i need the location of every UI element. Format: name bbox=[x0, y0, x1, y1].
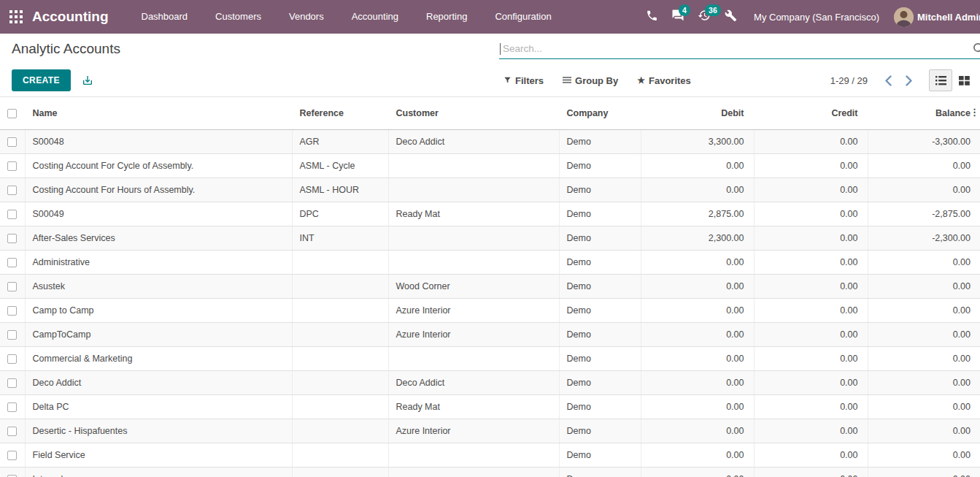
menu-vendors[interactable]: Vendors bbox=[275, 0, 338, 34]
cell-debit[interactable]: 0.00 bbox=[641, 394, 754, 419]
cell-balance[interactable]: 0.00 bbox=[868, 443, 980, 467]
cell-customer[interactable]: Deco Addict bbox=[388, 370, 559, 394]
pager-previous-button[interactable] bbox=[878, 70, 898, 91]
cell-credit[interactable]: 0.00 bbox=[754, 298, 868, 322]
cell-balance[interactable]: 0.00 bbox=[868, 370, 980, 394]
cell-debit[interactable]: 0.00 bbox=[641, 443, 754, 467]
cell-reference[interactable]: INT bbox=[292, 226, 388, 250]
menu-dashboard[interactable]: Dashboard bbox=[128, 0, 202, 34]
column-header-reference[interactable]: Reference bbox=[292, 97, 388, 129]
menu-reporting[interactable]: Reporting bbox=[412, 0, 481, 34]
cell-customer[interactable] bbox=[388, 250, 559, 274]
table-row[interactable]: Administrative Demo 0.00 0.00 0.00 bbox=[0, 250, 980, 274]
row-checkbox[interactable] bbox=[7, 354, 17, 364]
list-view-button[interactable] bbox=[929, 69, 952, 91]
cell-company[interactable]: Demo bbox=[559, 129, 641, 153]
search-input[interactable] bbox=[501, 43, 980, 54]
cell-name[interactable]: After-Sales Services bbox=[25, 226, 292, 250]
cell-credit[interactable]: 0.00 bbox=[754, 467, 868, 477]
cell-balance[interactable]: 0.00 bbox=[868, 394, 980, 419]
table-row[interactable]: Asustek Wood Corner Demo 0.00 0.00 0.00 bbox=[0, 274, 980, 298]
cell-company[interactable]: Demo bbox=[559, 346, 641, 370]
company-switcher[interactable]: My Company (San Francisco) bbox=[754, 12, 879, 23]
row-checkbox[interactable] bbox=[7, 258, 17, 267]
cell-customer[interactable]: Ready Mat bbox=[388, 394, 559, 419]
cell-company[interactable]: Demo bbox=[559, 153, 641, 178]
column-header-company[interactable]: Company bbox=[559, 97, 641, 129]
cell-reference[interactable] bbox=[292, 274, 388, 298]
row-checkbox[interactable] bbox=[7, 402, 17, 412]
favorites-button[interactable]: ★ Favorites bbox=[637, 75, 691, 86]
table-row[interactable]: S00049 DPC Ready Mat Demo 2,875.00 0.00 … bbox=[0, 202, 980, 226]
cell-debit[interactable]: 0.00 bbox=[641, 346, 754, 370]
cell-customer[interactable] bbox=[388, 226, 559, 250]
cell-balance[interactable]: -2,300.00 bbox=[868, 226, 980, 250]
cell-debit[interactable]: 0.00 bbox=[641, 370, 754, 394]
table-row[interactable]: Commercial & Marketing Demo 0.00 0.00 0.… bbox=[0, 346, 980, 370]
cell-balance[interactable]: 0.00 bbox=[868, 178, 980, 202]
cell-company[interactable]: Demo bbox=[559, 322, 641, 346]
row-checkbox[interactable] bbox=[7, 282, 17, 291]
cell-reference[interactable] bbox=[292, 419, 388, 443]
cell-balance[interactable]: 0.00 bbox=[868, 322, 980, 346]
cell-debit[interactable]: 0.00 bbox=[641, 178, 754, 202]
messages-button[interactable]: 4 bbox=[665, 0, 691, 34]
cell-credit[interactable]: 0.00 bbox=[754, 202, 868, 226]
cell-credit[interactable]: 0.00 bbox=[754, 419, 868, 443]
cell-debit[interactable]: 2,875.00 bbox=[641, 202, 754, 226]
cell-customer[interactable] bbox=[388, 178, 559, 202]
group-by-button[interactable]: Group By bbox=[563, 75, 618, 86]
cell-credit[interactable]: 0.00 bbox=[754, 153, 868, 178]
row-checkbox[interactable] bbox=[7, 378, 17, 388]
cell-credit[interactable]: 0.00 bbox=[754, 274, 868, 298]
cell-reference[interactable]: AGR bbox=[292, 129, 388, 153]
user-menu[interactable]: Mitchell Admin bbox=[894, 7, 980, 27]
table-row[interactable]: Camp to Camp Azure Interior Demo 0.00 0.… bbox=[0, 298, 980, 322]
cell-company[interactable]: Demo bbox=[559, 419, 641, 443]
cell-name[interactable]: Field Service bbox=[25, 443, 292, 467]
menu-customers[interactable]: Customers bbox=[201, 0, 275, 34]
support-tools-button[interactable] bbox=[717, 0, 744, 34]
cell-balance[interactable]: 0.00 bbox=[868, 346, 980, 370]
row-checkbox[interactable] bbox=[7, 306, 17, 316]
cell-customer[interactable]: Wood Corner bbox=[388, 274, 559, 298]
cell-name[interactable]: Costing Account For Hours of Assembly. bbox=[25, 178, 292, 202]
row-checkbox[interactable] bbox=[7, 234, 17, 243]
select-all-checkbox[interactable] bbox=[7, 109, 17, 118]
cell-name[interactable]: S00048 bbox=[25, 129, 292, 153]
cell-reference[interactable]: ASML - HOUR bbox=[292, 178, 388, 202]
cell-credit[interactable]: 0.00 bbox=[754, 250, 868, 274]
cell-credit[interactable]: 0.00 bbox=[754, 443, 868, 467]
row-checkbox[interactable] bbox=[7, 451, 17, 460]
cell-reference[interactable]: DPC bbox=[292, 202, 388, 226]
cell-reference[interactable] bbox=[292, 322, 388, 346]
cell-balance[interactable]: -2,875.00 bbox=[868, 202, 980, 226]
cell-company[interactable]: Demo bbox=[559, 467, 641, 477]
menu-accounting[interactable]: Accounting bbox=[338, 0, 412, 34]
cell-credit[interactable]: 0.00 bbox=[754, 394, 868, 419]
cell-customer[interactable] bbox=[388, 153, 559, 178]
column-header-credit[interactable]: Credit bbox=[754, 97, 868, 129]
pager-next-button[interactable] bbox=[898, 70, 919, 91]
row-checkbox[interactable] bbox=[7, 161, 17, 171]
table-row[interactable]: Delta PC Ready Mat Demo 0.00 0.00 0.00 bbox=[0, 394, 980, 419]
cell-balance[interactable]: 0.00 bbox=[868, 250, 980, 274]
cell-credit[interactable]: 0.00 bbox=[754, 129, 868, 153]
cell-company[interactable]: Demo bbox=[559, 226, 641, 250]
cell-company[interactable]: Demo bbox=[559, 274, 641, 298]
row-checkbox[interactable] bbox=[7, 330, 17, 340]
create-button[interactable]: CREATE bbox=[12, 69, 71, 91]
cell-customer[interactable]: Deco Addict bbox=[388, 129, 559, 153]
cell-credit[interactable]: 0.00 bbox=[754, 346, 868, 370]
cell-name[interactable]: Asustek bbox=[25, 274, 292, 298]
column-header-debit[interactable]: Debit bbox=[641, 97, 754, 129]
row-checkbox[interactable] bbox=[7, 427, 17, 436]
search-icon[interactable] bbox=[972, 42, 980, 58]
table-row[interactable]: Costing Account For Cycle of Assembly. A… bbox=[0, 153, 980, 178]
cell-company[interactable]: Demo bbox=[559, 298, 641, 322]
cell-reference[interactable] bbox=[292, 298, 388, 322]
table-row[interactable]: Costing Account For Hours of Assembly. A… bbox=[0, 178, 980, 202]
cell-debit[interactable]: 0.00 bbox=[641, 153, 754, 178]
row-checkbox[interactable] bbox=[7, 475, 17, 477]
filters-button[interactable]: Filters bbox=[503, 75, 544, 86]
